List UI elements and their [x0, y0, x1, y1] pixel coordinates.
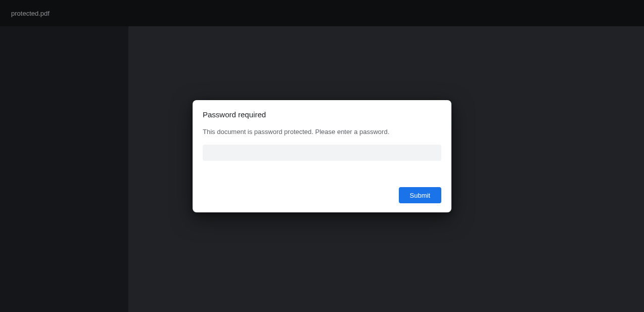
- dialog-message: This document is password protected. Ple…: [203, 128, 441, 136]
- submit-button[interactable]: Submit: [399, 187, 441, 203]
- document-title: protected.pdf: [11, 10, 50, 17]
- dialog-actions: Submit: [203, 187, 441, 203]
- topbar: protected.pdf: [0, 0, 644, 26]
- dialog-title: Password required: [203, 110, 441, 119]
- sidebar-panel: [0, 26, 128, 312]
- password-dialog: Password required This document is passw…: [193, 100, 451, 212]
- password-input[interactable]: [203, 145, 441, 161]
